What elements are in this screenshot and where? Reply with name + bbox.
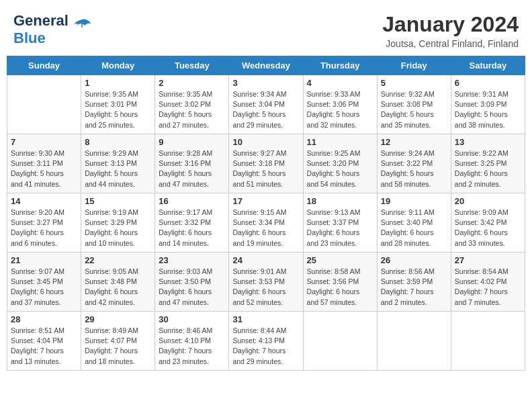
- day-info: Sunrise: 9:29 AM Sunset: 3:13 PM Dayligh…: [85, 148, 151, 189]
- calendar-cell: 14Sunrise: 9:20 AM Sunset: 3:27 PM Dayli…: [7, 193, 81, 253]
- month-title: January 2024: [382, 12, 519, 37]
- day-info: Sunrise: 8:44 AM Sunset: 4:13 PM Dayligh…: [232, 326, 299, 367]
- day-info: Sunrise: 8:58 AM Sunset: 3:56 PM Dayligh…: [307, 267, 373, 308]
- calendar-table: SundayMondayTuesdayWednesdayThursdayFrid…: [7, 56, 525, 371]
- calendar-cell: 25Sunrise: 8:58 AM Sunset: 3:56 PM Dayli…: [303, 253, 377, 312]
- calendar-cell: 11Sunrise: 9:25 AM Sunset: 3:20 PM Dayli…: [303, 134, 377, 193]
- weekday-header-sunday: Sunday: [7, 56, 81, 75]
- calendar-cell: 28Sunrise: 8:51 AM Sunset: 4:04 PM Dayli…: [7, 312, 81, 371]
- calendar-cell: [377, 312, 451, 371]
- day-number: 7: [11, 137, 77, 147]
- calendar-cell: 15Sunrise: 9:19 AM Sunset: 3:29 PM Dayli…: [81, 193, 155, 253]
- calendar-week-row: 14Sunrise: 9:20 AM Sunset: 3:27 PM Dayli…: [7, 193, 525, 253]
- day-info: Sunrise: 9:34 AM Sunset: 3:04 PM Dayligh…: [232, 89, 299, 130]
- day-number: 19: [381, 196, 447, 206]
- day-info: Sunrise: 9:30 AM Sunset: 3:11 PM Dayligh…: [11, 148, 77, 189]
- calendar-week-row: 1Sunrise: 9:35 AM Sunset: 3:01 PM Daylig…: [7, 75, 525, 134]
- logo-blue: Blue: [13, 30, 46, 46]
- calendar-cell: 17Sunrise: 9:15 AM Sunset: 3:34 PM Dayli…: [229, 193, 303, 253]
- calendar-cell: 20Sunrise: 9:09 AM Sunset: 3:42 PM Dayli…: [451, 193, 525, 253]
- day-number: 27: [455, 255, 521, 265]
- day-number: 6: [455, 78, 521, 88]
- day-number: 12: [381, 137, 447, 147]
- day-info: Sunrise: 8:49 AM Sunset: 4:07 PM Dayligh…: [85, 326, 151, 367]
- day-number: 11: [307, 137, 373, 147]
- day-number: 22: [85, 255, 151, 265]
- day-number: 3: [232, 78, 299, 88]
- weekday-header-friday: Friday: [377, 56, 451, 75]
- day-info: Sunrise: 8:56 AM Sunset: 3:59 PM Dayligh…: [381, 267, 447, 308]
- day-info: Sunrise: 9:19 AM Sunset: 3:29 PM Dayligh…: [85, 208, 151, 248]
- day-info: Sunrise: 9:31 AM Sunset: 3:09 PM Dayligh…: [455, 89, 521, 130]
- day-number: 31: [232, 314, 299, 324]
- calendar-cell: 1Sunrise: 9:35 AM Sunset: 3:01 PM Daylig…: [81, 75, 155, 134]
- calendar-cell: 30Sunrise: 8:46 AM Sunset: 4:10 PM Dayli…: [155, 312, 229, 371]
- day-number: 9: [159, 137, 225, 147]
- day-info: Sunrise: 9:11 AM Sunset: 3:40 PM Dayligh…: [381, 208, 447, 248]
- day-info: Sunrise: 9:25 AM Sunset: 3:20 PM Dayligh…: [307, 148, 373, 189]
- calendar-cell: 16Sunrise: 9:17 AM Sunset: 3:32 PM Dayli…: [155, 193, 229, 253]
- day-number: 25: [307, 255, 373, 265]
- day-info: Sunrise: 8:46 AM Sunset: 4:10 PM Dayligh…: [159, 326, 225, 367]
- calendar-cell: 18Sunrise: 9:13 AM Sunset: 3:37 PM Dayli…: [303, 193, 377, 253]
- day-number: 16: [159, 196, 225, 206]
- day-info: Sunrise: 9:35 AM Sunset: 3:01 PM Dayligh…: [85, 89, 151, 130]
- day-number: 26: [381, 255, 447, 265]
- day-info: Sunrise: 9:24 AM Sunset: 3:22 PM Dayligh…: [381, 148, 447, 189]
- day-number: 1: [85, 78, 151, 88]
- day-number: 13: [455, 137, 521, 147]
- day-number: 28: [11, 314, 77, 324]
- calendar-cell: 27Sunrise: 8:54 AM Sunset: 4:02 PM Dayli…: [451, 253, 525, 312]
- day-info: Sunrise: 9:13 AM Sunset: 3:37 PM Dayligh…: [307, 208, 373, 248]
- day-number: 30: [159, 314, 225, 324]
- weekday-header-monday: Monday: [81, 56, 155, 75]
- calendar-cell: [451, 312, 525, 371]
- day-number: 15: [85, 196, 151, 206]
- calendar-cell: 4Sunrise: 9:33 AM Sunset: 3:06 PM Daylig…: [303, 75, 377, 134]
- weekday-header-wednesday: Wednesday: [229, 56, 303, 75]
- day-info: Sunrise: 9:03 AM Sunset: 3:50 PM Dayligh…: [159, 267, 225, 308]
- title-block: January 2024 Joutsa, Central Finland, Fi…: [382, 12, 519, 49]
- day-info: Sunrise: 9:05 AM Sunset: 3:48 PM Dayligh…: [85, 267, 151, 308]
- calendar-cell: 29Sunrise: 8:49 AM Sunset: 4:07 PM Dayli…: [81, 312, 155, 371]
- calendar-cell: 26Sunrise: 8:56 AM Sunset: 3:59 PM Dayli…: [377, 253, 451, 312]
- calendar-cell: 31Sunrise: 8:44 AM Sunset: 4:13 PM Dayli…: [229, 312, 303, 371]
- calendar-cell: 6Sunrise: 9:31 AM Sunset: 3:09 PM Daylig…: [451, 75, 525, 134]
- day-number: 20: [455, 196, 521, 206]
- weekday-header-thursday: Thursday: [303, 56, 377, 75]
- calendar-cell: 22Sunrise: 9:05 AM Sunset: 3:48 PM Dayli…: [81, 253, 155, 312]
- logo: General Blue: [13, 12, 91, 47]
- day-info: Sunrise: 8:54 AM Sunset: 4:02 PM Dayligh…: [455, 267, 521, 308]
- calendar-cell: 21Sunrise: 9:07 AM Sunset: 3:45 PM Dayli…: [7, 253, 81, 312]
- day-number: 14: [11, 196, 77, 206]
- calendar-week-row: 7Sunrise: 9:30 AM Sunset: 3:11 PM Daylig…: [7, 134, 525, 193]
- calendar-cell: 23Sunrise: 9:03 AM Sunset: 3:50 PM Dayli…: [155, 253, 229, 312]
- calendar-cell: 3Sunrise: 9:34 AM Sunset: 3:04 PM Daylig…: [229, 75, 303, 134]
- weekday-header-tuesday: Tuesday: [155, 56, 229, 75]
- location: Joutsa, Central Finland, Finland: [382, 38, 519, 49]
- logo-general: General: [13, 12, 69, 29]
- day-info: Sunrise: 8:51 AM Sunset: 4:04 PM Dayligh…: [11, 326, 77, 367]
- day-number: 18: [307, 196, 373, 206]
- day-info: Sunrise: 9:09 AM Sunset: 3:42 PM Dayligh…: [455, 208, 521, 248]
- calendar-cell: [7, 75, 81, 134]
- calendar-week-row: 21Sunrise: 9:07 AM Sunset: 3:45 PM Dayli…: [7, 253, 525, 312]
- weekday-header-row: SundayMondayTuesdayWednesdayThursdayFrid…: [7, 56, 525, 75]
- day-info: Sunrise: 9:22 AM Sunset: 3:25 PM Dayligh…: [455, 148, 521, 189]
- calendar-cell: 19Sunrise: 9:11 AM Sunset: 3:40 PM Dayli…: [377, 193, 451, 253]
- day-info: Sunrise: 9:33 AM Sunset: 3:06 PM Dayligh…: [307, 89, 373, 130]
- day-info: Sunrise: 9:20 AM Sunset: 3:27 PM Dayligh…: [11, 208, 77, 248]
- calendar-cell: 9Sunrise: 9:28 AM Sunset: 3:16 PM Daylig…: [155, 134, 229, 193]
- day-number: 23: [159, 255, 225, 265]
- day-info: Sunrise: 9:28 AM Sunset: 3:16 PM Dayligh…: [159, 148, 225, 189]
- page-header: General Blue January 2024 Joutsa, Centra…: [7, 7, 525, 52]
- logo-bird-icon: [73, 18, 91, 33]
- day-number: 24: [232, 255, 299, 265]
- day-info: Sunrise: 9:07 AM Sunset: 3:45 PM Dayligh…: [11, 267, 77, 308]
- day-number: 29: [85, 314, 151, 324]
- day-number: 4: [307, 78, 373, 88]
- day-info: Sunrise: 9:35 AM Sunset: 3:02 PM Dayligh…: [159, 89, 225, 130]
- calendar-cell: 13Sunrise: 9:22 AM Sunset: 3:25 PM Dayli…: [451, 134, 525, 193]
- weekday-header-saturday: Saturday: [451, 56, 525, 75]
- day-info: Sunrise: 9:32 AM Sunset: 3:08 PM Dayligh…: [381, 89, 447, 130]
